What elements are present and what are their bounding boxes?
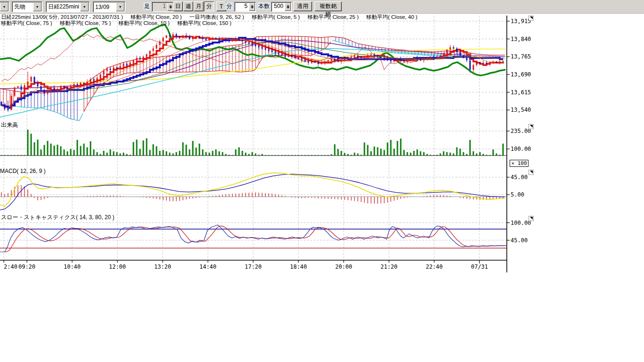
ichimoku-cloud: [0, 36, 505, 121]
indicator-label: 移動平均( Close, 25 ): [307, 14, 359, 20]
macd-panel-scroll-arrow[interactable]: [528, 170, 534, 175]
volume-multiplier-badge: × 100: [510, 160, 528, 167]
x-axis-label: 12:00: [109, 263, 126, 270]
y-axis-label: 13,765: [511, 53, 531, 60]
x-axis-label: 17:20: [245, 263, 262, 270]
volume-panel-scroll-arrow[interactable]: [528, 124, 534, 129]
x-axis-label: 22:40: [426, 263, 443, 270]
y-axis-label: 45.00: [511, 174, 528, 181]
y-axis-label: 13,915: [511, 18, 531, 25]
y-axis-label: 235.00: [511, 128, 531, 134]
x-axis-label: 09:20: [18, 263, 35, 270]
y-axis-label: 100.00: [511, 146, 531, 152]
indicator-label: 移動平均( Close, 75 ): [60, 20, 111, 26]
x-axis-label: 07/31: [471, 263, 488, 270]
x-axis-label: 20:00: [335, 263, 352, 270]
stoch-panel-label: スロー・ストキャスティクス( 14, 3, 80, 20 ): [1, 214, 114, 222]
x-axis-label: 18:40: [290, 263, 307, 270]
indicator-label: 移動平均( Close, 75 ): [1, 20, 52, 26]
x-axis-label: 13:20: [154, 263, 171, 270]
indicator-header-line2: 移動平均( Close, 75 )移動平均( Close, 75 )移動平均( …: [1, 20, 239, 27]
indicator-label: 移動平均( Close, 10 ): [118, 20, 170, 26]
stoch-panel-scroll-arrow[interactable]: [528, 216, 534, 221]
candlesticks: [1, 33, 504, 112]
macd-line: [0, 173, 505, 206]
trading-app-window: ▼ 先物 ▼ 日経225mini ▼ 13/09 ▼ 足 1 日 週 月 分 T…: [0, 0, 644, 362]
indicator-label: 移動平均( Close, 20 ): [131, 14, 182, 20]
volume-panel-label: 出来高: [1, 121, 18, 129]
indicator-label: 一目均衡表( 9, 26, 52 ): [190, 14, 244, 20]
indicator-label: 移動平均( Close, 5 ): [252, 14, 300, 20]
x-axis-label: 10:40: [64, 263, 81, 270]
y-axis-label: 13,840: [511, 36, 531, 42]
y-axis-label: 5.00: [511, 191, 524, 198]
macd-panel-label: MACD( 12, 26, 9 ): [0, 168, 46, 174]
chart-canvas: 13,91513,84013,76513,69013,61513,540235.…: [0, 0, 644, 283]
indicator-label: 移動平均( Close, 150 ): [177, 20, 231, 26]
y-axis-label: 13,540: [511, 107, 531, 113]
indicator-label: 移動平均( Close, 40 ): [366, 14, 418, 20]
macd-signal-line: [0, 174, 505, 210]
y-axis-label: 45.00: [511, 237, 528, 244]
gridlines: [0, 16, 507, 260]
x-axis-label: 2:40: [4, 263, 17, 270]
y-axis-label: 13,690: [511, 71, 531, 78]
indicator-label: 日経225mini 13/09( 5分, 2013/07/27 - 2013/0…: [1, 14, 123, 20]
y-axis-label: 100.00: [511, 220, 531, 226]
x-axis-label: 14:40: [199, 263, 216, 270]
main-panel-scroll-arrow[interactable]: [528, 16, 534, 21]
y-axis-label: 13,615: [511, 89, 531, 96]
x-axis-label: 21:20: [380, 263, 397, 270]
